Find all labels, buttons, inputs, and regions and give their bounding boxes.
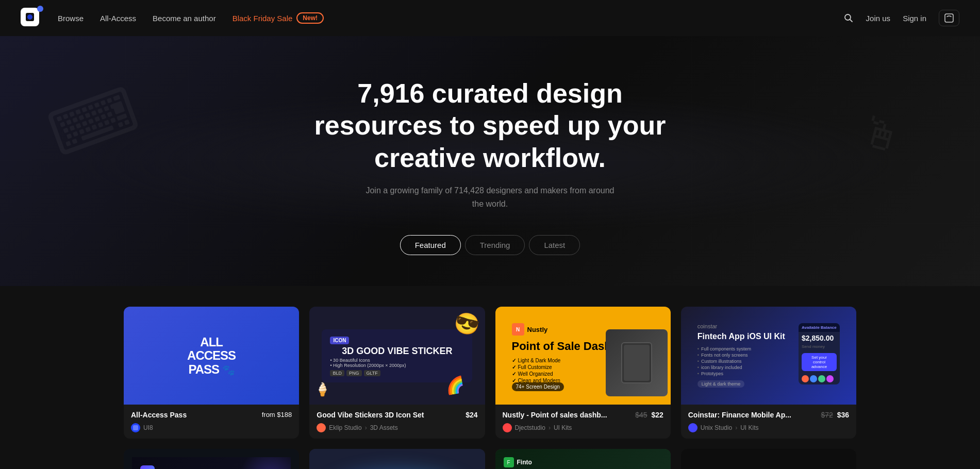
nustly-visual: N Nustly Point of Sale Dashboard Light &…: [504, 315, 662, 396]
mini-avatar-3: [818, 375, 825, 382]
card-price-stickers: $24: [466, 411, 477, 419]
product-card-finto[interactable]: F Finto Finance Website: [495, 449, 671, 469]
card-category-nustly: UI Kits: [554, 424, 572, 431]
coinstar-bullet-2: Fonts not only screens: [697, 353, 792, 358]
card-meta-nustly: Djectstudio › UI Kits: [503, 423, 663, 432]
brainwave-visual: ⚡ Brainwave v1.0: [132, 457, 291, 469]
ui8-visual: ui8.net/fahmi-haecal: [309, 449, 485, 469]
logo-svg: [25, 12, 35, 22]
coinstar-theme-badge: Light & dark theme: [697, 380, 745, 388]
join-us-link[interactable]: Join us: [866, 14, 891, 23]
card-title-row-coinstar: Coinstar: Finance Mobile Ap... $72 $36: [688, 411, 849, 419]
tab-featured[interactable]: Featured: [400, 235, 461, 255]
mini-avatar-2: [810, 375, 817, 382]
nav-allaccess[interactable]: All-Access: [100, 14, 136, 23]
product-card-stickers[interactable]: ICON 3D GOOD VIBE STICKER • 30 Beautiful…: [309, 307, 485, 439]
card-info-stickers: Good Vibe Stickers 3D Icon Set $24 Eklip…: [309, 405, 485, 439]
card-info-nustly: Nustly - Point of sales dashb... $45 $22…: [495, 405, 671, 439]
card-category-coinstar: UI Kits: [740, 424, 758, 431]
coinstar-phone-header: Available Balance: [799, 323, 840, 332]
card-price: from $188: [262, 411, 292, 418]
tab-trending[interactable]: Trending: [465, 235, 525, 255]
card-image-allaccess: ALLACCESSPASS 🐾: [124, 307, 299, 405]
product-card-orange[interactable]: HereTH: [681, 449, 856, 469]
search-button[interactable]: [843, 13, 854, 23]
card-author-nustly: Djectstudio: [515, 424, 545, 431]
coinstar-phone-avatars: [799, 373, 840, 384]
svg-line-3: [850, 20, 852, 22]
product-card-allaccess[interactable]: ALLACCESSPASS 🐾 All-Access Pass from $18…: [124, 307, 299, 439]
nustly-logo-box: N: [512, 323, 524, 336]
new-badge: New!: [296, 12, 324, 24]
product-card-brainwave[interactable]: ⚡ Brainwave v1.0: [124, 449, 299, 469]
sticker-title: 3D GOOD VIBE STICKER: [330, 346, 464, 356]
hero-title: 7,916 curated design resources to speed …: [310, 77, 671, 174]
card-title-stickers: Good Vibe Stickers 3D Icon Set: [317, 411, 466, 419]
card-meta: UI8: [131, 423, 292, 432]
nav-become-author[interactable]: Become an author: [153, 14, 216, 23]
cart-button[interactable]: [939, 10, 959, 26]
card-image-finto: F Finto Finance Website: [495, 449, 671, 469]
card-title: All-Access Pass: [131, 411, 262, 419]
products-grid-row2: ⚡ Brainwave v1.0: [124, 449, 856, 469]
hero-section: 7,916 curated design resources to speed …: [0, 36, 980, 286]
products-grid-row1: ALLACCESSPASS 🐾 All-Access Pass from $18…: [124, 307, 856, 439]
card-title-row-stickers: Good Vibe Stickers 3D Icon Set $24: [317, 411, 477, 419]
coinstar-phone-amount: $2,850.00: [799, 332, 840, 344]
logo[interactable]: [21, 8, 41, 28]
card-sep: ›: [365, 424, 367, 431]
card-category-stickers: 3D Assets: [370, 424, 398, 431]
coinstar-bullet-1: Full components system: [697, 346, 792, 351]
card-price-coinstar: $72 $36: [821, 411, 849, 419]
sign-in-link[interactable]: Sign in: [903, 14, 926, 23]
card-info-coinstar: Coinstar: Finance Mobile Ap... $72 $36 U…: [681, 405, 856, 439]
coinstar-phone-label: Send money: [799, 344, 840, 351]
finto-logo-row: F Finto: [504, 457, 662, 467]
mini-avatar-1: [802, 375, 809, 382]
card-title-coinstar: Coinstar: Finance Mobile Ap...: [688, 411, 821, 419]
author-icon-dject: [503, 423, 512, 432]
card-new-price-nustly: $22: [651, 411, 663, 419]
card-author: UI8: [143, 424, 153, 431]
product-card-coinstar[interactable]: coinstar Fintech App iOS UI Kit Full com…: [681, 307, 856, 439]
card-image-coinstar: coinstar Fintech App iOS UI Kit Full com…: [681, 307, 856, 405]
sticker-visual: ICON 3D GOOD VIBE STICKER • 30 Beautiful…: [313, 311, 480, 400]
black-friday-text: Black Friday Sale: [232, 14, 293, 23]
card-meta-stickers: Eklip Studio › 3D Assets: [317, 423, 477, 432]
card-author-coinstar: Unix Studio: [701, 424, 732, 431]
finto-icon: F: [504, 457, 514, 467]
nav-browse[interactable]: Browse: [58, 14, 84, 23]
card-sep-nustly: ›: [549, 424, 551, 431]
card-title-nustly: Nustly - Point of sales dashb...: [503, 411, 636, 419]
svg-rect-5: [133, 425, 138, 430]
nustly-brand: Nustly: [527, 326, 548, 333]
finto-visual: F Finto Finance Website: [495, 449, 671, 469]
nustly-screen-count: 74+ Screen Design: [512, 382, 564, 391]
search-icon: [843, 13, 854, 23]
finto-brand: Finto: [517, 459, 532, 466]
logo-icon: [21, 8, 41, 28]
coinstar-phone-pill: Set your control advance: [802, 353, 837, 371]
black-friday-sale[interactable]: Black Friday Sale New!: [232, 12, 324, 24]
card-author-stickers: Eklip Studio: [329, 424, 361, 431]
coinstar-visual: coinstar Fintech App iOS UI Kit Full com…: [689, 315, 848, 396]
coinstar-left: coinstar Fintech App iOS UI Kit Full com…: [697, 323, 792, 388]
author-icon: [131, 423, 140, 432]
nustly-device: [606, 329, 668, 396]
coinstar-bullet-5: Prototypes: [697, 371, 792, 376]
coinstar-heading: Fintech App iOS UI Kit: [697, 331, 792, 342]
logo-dot: [37, 6, 43, 12]
logo-icon-inner: [21, 8, 39, 26]
coinstar-bullet-3: Custom illustrations: [697, 359, 792, 364]
card-image-stickers: ICON 3D GOOD VIBE STICKER • 30 Beautiful…: [309, 307, 485, 405]
cart-icon: [944, 13, 954, 23]
allaccess-text: ALLACCESSPASS 🐾: [187, 336, 236, 376]
products-section: ALLACCESSPASS 🐾 All-Access Pass from $18…: [0, 286, 980, 469]
product-card-nustly[interactable]: N Nustly Point of Sale Dashboard Light &…: [495, 307, 671, 439]
card-info-allaccess: All-Access Pass from $188 UI8: [124, 405, 299, 439]
card-image-ui8fahmi: ui8.net/fahmi-haecal: [309, 449, 485, 469]
product-card-ui8fahmi[interactable]: ui8.net/fahmi-haecal: [309, 449, 485, 469]
card-title-row: All-Access Pass from $188: [131, 411, 292, 419]
card-price-nustly: $45 $22: [635, 411, 663, 419]
tab-latest[interactable]: Latest: [529, 235, 580, 255]
